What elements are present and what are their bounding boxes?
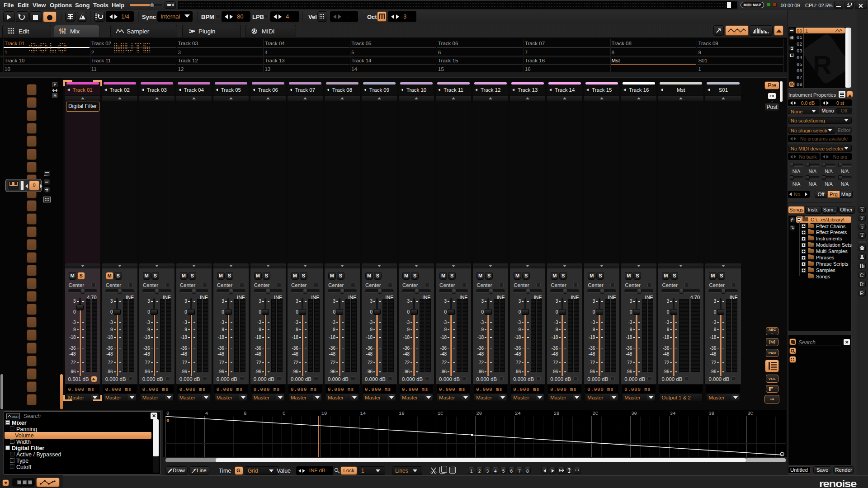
svg-text:ONLY: ONLY [12, 416, 19, 418]
